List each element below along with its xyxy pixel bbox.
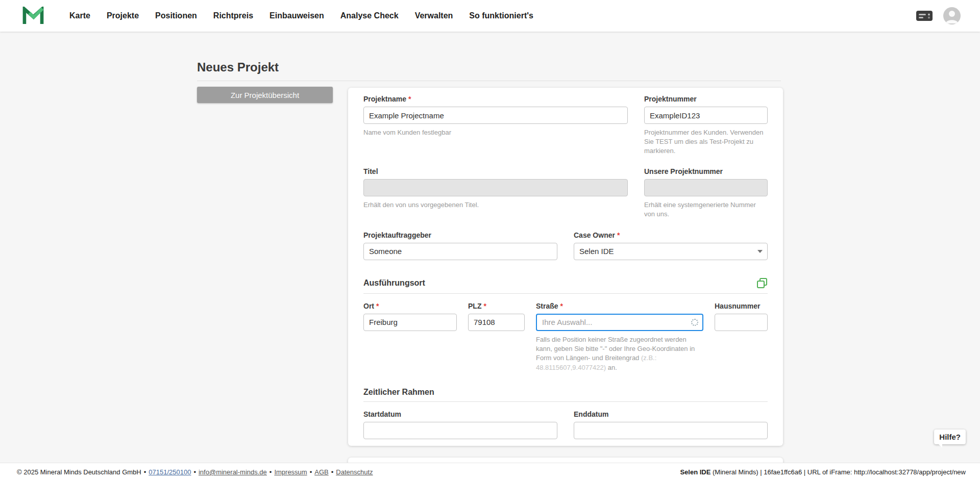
session-details: (Mineral Minds) | 16fae1ffc6a6 | URL of … (710, 468, 966, 476)
section-divider (363, 293, 768, 294)
field-plz: PLZ * (468, 302, 525, 331)
hausnummer-input[interactable] (715, 314, 768, 331)
session-user: Selen IDE (680, 468, 710, 476)
section-divider (363, 401, 768, 402)
required-asterisk: * (376, 302, 379, 310)
back-to-project-overview-button[interactable]: Zur Projektübersicht (197, 87, 333, 103)
session-info: Selen IDE (Mineral Minds) | 16fae1ffc6a6… (680, 468, 966, 476)
projektnummer-input[interactable] (644, 107, 768, 124)
email-link[interactable]: info@mineral-minds.de (199, 468, 267, 476)
case-owner-select[interactable] (574, 243, 768, 260)
loading-spinner-icon (691, 319, 698, 326)
projektauftraggeber-label: Projektauftraggeber (363, 231, 557, 239)
top-navbar: Karte Projekte Positionen Richtpreis Ein… (0, 0, 980, 32)
page-title: Neues Projekt (197, 60, 781, 74)
nav-item-karte[interactable]: Karte (69, 11, 90, 20)
nav-item-projekte[interactable]: Projekte (107, 11, 139, 20)
projektname-label: Projektname * (363, 95, 628, 103)
titel-helper: Erhält den von uns vorgegebenen Titel. (363, 200, 628, 210)
enddatum-input[interactable] (574, 422, 768, 439)
footer-left: © 2025 Mineral Minds Deutschland GmbH • … (17, 468, 373, 476)
plz-input[interactable] (468, 314, 525, 331)
required-asterisk: * (483, 302, 486, 310)
field-projektauftraggeber: Projektauftraggeber (363, 231, 557, 260)
field-unsere-projektnummer: Unsere Projektnummer Erhält eine systemg… (644, 167, 768, 219)
duplicate-icon[interactable] (756, 277, 768, 289)
main-nav: Karte Projekte Positionen Richtpreis Ein… (69, 11, 533, 20)
page-head: Neues Projekt (197, 60, 781, 81)
row-auftraggeber-caseowner: Projektauftraggeber Case Owner * (363, 231, 768, 260)
case-owner-value[interactable] (574, 243, 768, 260)
projektname-helper: Name vom Kunden festlegbar (363, 128, 628, 137)
navbar-right (916, 7, 961, 24)
field-projektname: Projektname * Name vom Kunden festlegbar (363, 95, 628, 137)
strasse-label: Straße * (536, 302, 703, 310)
section-zeitlicher-rahmen-title: Zeitlicher Rahmen (363, 388, 434, 397)
projektnummer-helper: Projektnummer des Kunden. Verwenden Sie … (644, 128, 768, 156)
required-asterisk: * (617, 231, 620, 239)
footer: © 2025 Mineral Minds Deutschland GmbH • … (0, 463, 980, 481)
startdatum-label: Startdatum (363, 410, 557, 418)
enddatum-label: Enddatum (574, 410, 768, 418)
server-icon[interactable] (916, 10, 933, 22)
field-titel: Titel Erhält den von uns vorgegebenen Ti… (363, 167, 628, 210)
nav-item-analyse-check[interactable]: Analyse Check (340, 11, 399, 20)
field-projektnummer: Projektnummer Projektnummer des Kunden. … (644, 95, 768, 156)
help-button[interactable]: Hilfe? (934, 429, 966, 444)
field-ort: Ort * (363, 302, 457, 331)
field-hausnummer: Hausnummer (715, 302, 768, 331)
mineral-minds-logo-icon[interactable] (22, 7, 44, 25)
projektnummer-label: Projektnummer (644, 95, 768, 103)
nav-item-richtpreis[interactable]: Richtpreis (213, 11, 253, 20)
nav-item-verwalten[interactable]: Verwalten (415, 11, 453, 20)
field-strasse: Straße * Falls die Position keiner Straß… (536, 302, 703, 372)
copyright-text: © 2025 Mineral Minds Deutschland GmbH (17, 468, 141, 476)
unsere-projektnummer-input (644, 179, 768, 196)
titel-input (363, 179, 628, 196)
required-asterisk: * (560, 302, 563, 310)
nav-item-so-funktionierts[interactable]: So funktioniert's (469, 11, 533, 20)
separator: • (270, 468, 272, 476)
field-startdatum: Startdatum (363, 410, 557, 439)
projektauftraggeber-input[interactable] (363, 243, 557, 260)
projektname-input[interactable] (363, 107, 628, 124)
section-ausfuehrungsort-title: Ausführungsort (363, 279, 425, 288)
hausnummer-label: Hausnummer (715, 302, 768, 310)
unsere-projektnummer-label: Unsere Projektnummer (644, 167, 768, 175)
startdatum-input[interactable] (363, 422, 557, 439)
separator: • (331, 468, 334, 476)
required-asterisk: * (408, 95, 411, 103)
user-avatar[interactable] (943, 7, 961, 24)
strasse-helper: Falls die Position keiner Straße zugeord… (536, 335, 703, 372)
strasse-input-wrap (536, 314, 703, 331)
separator: • (193, 468, 196, 476)
separator: • (310, 468, 312, 476)
new-project-form-card: Projektname * Name vom Kunden festlegbar… (348, 88, 783, 446)
ort-label: Ort * (363, 302, 457, 310)
case-owner-label: Case Owner * (574, 231, 768, 239)
separator: • (144, 468, 146, 476)
datenschutz-link[interactable]: Datenschutz (336, 468, 373, 476)
impressum-link[interactable]: Impressum (274, 468, 307, 476)
strasse-input[interactable] (536, 314, 703, 331)
phone-link[interactable]: 07151/250100 (149, 468, 191, 476)
nav-item-einbauweisen[interactable]: Einbauweisen (270, 11, 324, 20)
field-case-owner: Case Owner * (574, 231, 768, 260)
agb-link[interactable]: AGB (314, 468, 328, 476)
titel-label: Titel (363, 167, 628, 175)
unsere-projektnummer-helper: Erhält eine systemgenerierte Nummer von … (644, 200, 768, 219)
row-dates: Startdatum Enddatum (363, 410, 768, 439)
row-address: Ort * PLZ * Straße * Falls die Position … (363, 302, 768, 372)
row-projektname-projektnummer: Projektname * Name vom Kunden festlegbar… (363, 95, 768, 156)
nav-item-positionen[interactable]: Positionen (155, 11, 197, 20)
ort-input[interactable] (363, 314, 457, 331)
section-zeitlicher-rahmen: Zeitlicher Rahmen (363, 388, 768, 397)
plz-label: PLZ * (468, 302, 525, 310)
title-divider (197, 81, 781, 81)
row-titel-unsere-projektnummer: Titel Erhält den von uns vorgegebenen Ti… (363, 167, 768, 219)
field-enddatum: Enddatum (574, 410, 768, 439)
section-ausfuehrungsort: Ausführungsort (363, 277, 768, 289)
